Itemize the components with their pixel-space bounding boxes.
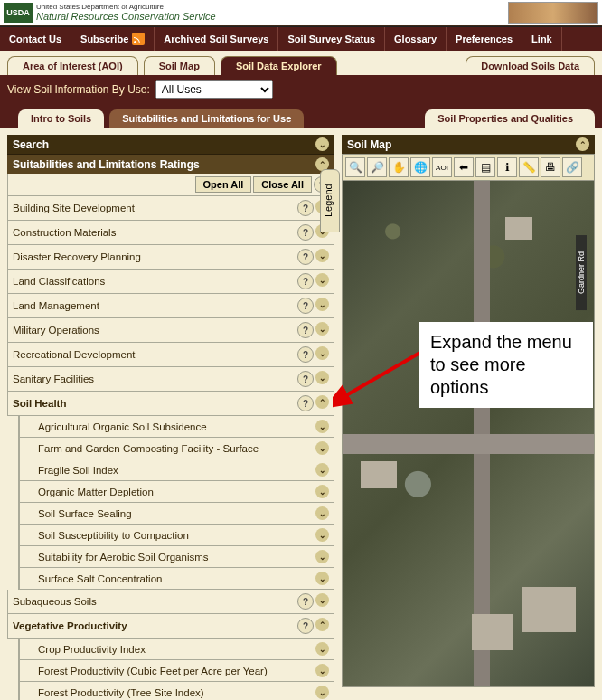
category-label: Building Site Development bbox=[13, 203, 135, 213]
help-icon[interactable]: ? bbox=[297, 593, 314, 610]
sub-item-label: Surface Salt Concentration bbox=[38, 573, 162, 584]
nav-contact[interactable]: Contact Us bbox=[5, 27, 71, 51]
subtab-intro[interactable]: Intro to Soils bbox=[18, 109, 104, 128]
zoom-out-icon[interactable]: 🔎 bbox=[367, 157, 387, 177]
chevron-up-icon[interactable]: ⌃ bbox=[576, 137, 589, 151]
tab-download[interactable]: Download Soils Data bbox=[466, 56, 595, 75]
help-icon[interactable]: ? bbox=[297, 371, 314, 387]
chevron-down-icon[interactable]: ⌄ bbox=[315, 593, 329, 607]
sub-item-row[interactable]: Crop Productivity Index⌄ bbox=[19, 639, 334, 660]
layers-icon[interactable]: ▤ bbox=[475, 157, 495, 177]
sub-item-row[interactable]: Forest Productivity (Tree Site Index)⌄ bbox=[19, 682, 334, 700]
aoi-icon[interactable]: AOI bbox=[432, 157, 452, 177]
annotation-callout: Expand the menu to see more options bbox=[419, 322, 593, 408]
close-all-button[interactable]: Close All bbox=[253, 176, 312, 193]
back-icon[interactable]: ⬅ bbox=[454, 157, 474, 177]
chevron-up-icon[interactable]: ⌃ bbox=[315, 618, 329, 631]
main-tabs: Area of Interest (AOI) Soil Map Soil Dat… bbox=[0, 56, 602, 75]
subtab-suitabilities[interactable]: Suitabilities and Limitations for Use bbox=[109, 109, 304, 128]
nav-preferences[interactable]: Preferences bbox=[447, 27, 522, 51]
help-icon[interactable]: ? bbox=[297, 224, 314, 241]
nav-archived[interactable]: Archived Soil Surveys bbox=[155, 27, 278, 51]
category-row[interactable]: Building Site Development?⌄ bbox=[7, 196, 334, 221]
chevron-down-icon[interactable]: ⌄ bbox=[315, 528, 329, 542]
nav-glossary[interactable]: Glossary bbox=[385, 27, 447, 51]
info-icon[interactable]: ℹ bbox=[497, 157, 517, 177]
top-nav: Contact Us Subscribe Archived Soil Surve… bbox=[0, 27, 602, 51]
chevron-down-icon[interactable]: ⌄ bbox=[315, 642, 329, 656]
sub-item-row[interactable]: Suitability for Aerobic Soil Organisms⌄ bbox=[19, 546, 334, 568]
chevron-down-icon[interactable]: ⌄ bbox=[315, 371, 329, 384]
chevron-down-icon[interactable]: ⌄ bbox=[315, 550, 329, 563]
help-icon[interactable]: ? bbox=[297, 618, 314, 634]
sub-item-row[interactable]: Soil Surface Sealing⌄ bbox=[19, 503, 334, 525]
help-icon[interactable]: ? bbox=[297, 395, 314, 411]
chevron-down-icon[interactable]: ⌄ bbox=[315, 441, 329, 455]
category-row[interactable]: Land Classifications?⌄ bbox=[7, 270, 334, 294]
category-row[interactable]: Sanitary Facilities?⌄ bbox=[7, 367, 334, 392]
chevron-down-icon[interactable]: ⌄ bbox=[315, 485, 329, 498]
category-row[interactable]: Land Management?⌄ bbox=[7, 294, 334, 318]
sub-item-row[interactable]: Soil Susceptibility to Compaction⌄ bbox=[19, 525, 334, 546]
help-icon[interactable]: ? bbox=[297, 200, 314, 216]
map-title: Soil Map bbox=[347, 138, 391, 151]
ratings-panel-header[interactable]: Suitabilities and Limitations Ratings ⌃ bbox=[7, 154, 334, 174]
help-icon[interactable]: ? bbox=[297, 346, 314, 363]
chevron-down-icon[interactable]: ⌄ bbox=[315, 346, 329, 360]
help-icon[interactable]: ? bbox=[297, 273, 314, 289]
subtab-properties[interactable]: Soil Properties and Qualities bbox=[425, 109, 595, 128]
chevron-down-icon[interactable]: ⌄ bbox=[315, 420, 329, 433]
tab-aoi[interactable]: Area of Interest (AOI) bbox=[7, 56, 138, 75]
cat-veg-prod[interactable]: Vegetative Productivity ?⌃ bbox=[7, 614, 334, 639]
category-label: Military Operations bbox=[13, 325, 99, 336]
sub-item-label: Fragile Soil Index bbox=[38, 465, 118, 476]
category-row[interactable]: Disaster Recovery Planning?⌄ bbox=[7, 245, 334, 270]
cat-soil-health-label: Soil Health bbox=[13, 398, 66, 409]
chevron-down-icon[interactable]: ⌄ bbox=[315, 686, 329, 699]
sub-item-row[interactable]: Organic Matter Depletion⌄ bbox=[19, 481, 334, 503]
sub-item-row[interactable]: Forest Productivity (Cubic Feet per Acre… bbox=[19, 660, 334, 682]
globe-icon[interactable]: 🌐 bbox=[410, 157, 430, 177]
measure-icon[interactable]: 📏 bbox=[519, 157, 539, 177]
chevron-down-icon[interactable]: ⌄ bbox=[315, 137, 329, 151]
category-row[interactable]: Construction Materials?⌄ bbox=[7, 221, 334, 245]
link-icon[interactable]: 🔗 bbox=[562, 157, 582, 177]
category-row[interactable]: Military Operations?⌄ bbox=[7, 318, 334, 343]
sub-item-row[interactable]: Surface Salt Concentration⌄ bbox=[19, 568, 334, 590]
pan-icon[interactable]: ✋ bbox=[389, 157, 409, 177]
sub-item-row[interactable]: Agricultural Organic Soil Subsidence⌄ bbox=[19, 416, 334, 438]
chevron-down-icon[interactable]: ⌄ bbox=[315, 572, 329, 585]
sub-item-row[interactable]: Farm and Garden Composting Facility - Su… bbox=[19, 438, 334, 459]
chevron-down-icon[interactable]: ⌄ bbox=[315, 273, 329, 287]
sub-item-label: Farm and Garden Composting Facility - Su… bbox=[38, 443, 259, 454]
cat-soil-health[interactable]: Soil Health ?⌃ bbox=[7, 392, 334, 416]
zoom-in-icon[interactable]: 🔍 bbox=[345, 157, 365, 177]
nav-link[interactable]: Link bbox=[522, 27, 562, 51]
nav-status[interactable]: Soil Survey Status bbox=[278, 27, 385, 51]
help-icon[interactable]: ? bbox=[297, 249, 314, 265]
tab-soil-data-explorer[interactable]: Soil Data Explorer bbox=[221, 56, 337, 75]
cat-subaqueous[interactable]: Subaqueous Soils ?⌄ bbox=[7, 590, 334, 614]
nav-subscribe[interactable]: Subscribe bbox=[71, 27, 155, 51]
map-view[interactable]: Gardner Rd bbox=[342, 181, 595, 687]
chevron-down-icon[interactable]: ⌄ bbox=[315, 506, 329, 520]
help-icon[interactable]: ? bbox=[297, 322, 314, 338]
filter-select[interactable]: All Uses bbox=[155, 80, 273, 99]
category-row[interactable]: Recreational Development?⌄ bbox=[7, 343, 334, 367]
chevron-down-icon[interactable]: ⌄ bbox=[315, 249, 329, 262]
search-panel-header[interactable]: Search ⌄ bbox=[7, 135, 334, 154]
open-all-button[interactable]: Open All bbox=[195, 176, 252, 193]
chevron-down-icon[interactable]: ⌄ bbox=[315, 463, 329, 477]
sub-item-row[interactable]: Fragile Soil Index⌄ bbox=[19, 459, 334, 481]
chevron-down-icon[interactable]: ⌄ bbox=[315, 322, 329, 336]
legend-tab[interactable]: Legend bbox=[320, 169, 340, 232]
chevron-down-icon[interactable]: ⌄ bbox=[315, 664, 329, 677]
tab-soil-map[interactable]: Soil Map bbox=[144, 56, 215, 75]
ratings-label: Suitabilities and Limitations Ratings bbox=[13, 158, 200, 171]
help-icon[interactable]: ? bbox=[297, 298, 314, 314]
header-banner-image bbox=[508, 2, 598, 24]
category-label: Land Classifications bbox=[13, 276, 105, 287]
chevron-up-icon[interactable]: ⌃ bbox=[315, 395, 329, 409]
print-icon[interactable]: 🖶 bbox=[541, 157, 560, 177]
chevron-down-icon[interactable]: ⌄ bbox=[315, 298, 329, 311]
